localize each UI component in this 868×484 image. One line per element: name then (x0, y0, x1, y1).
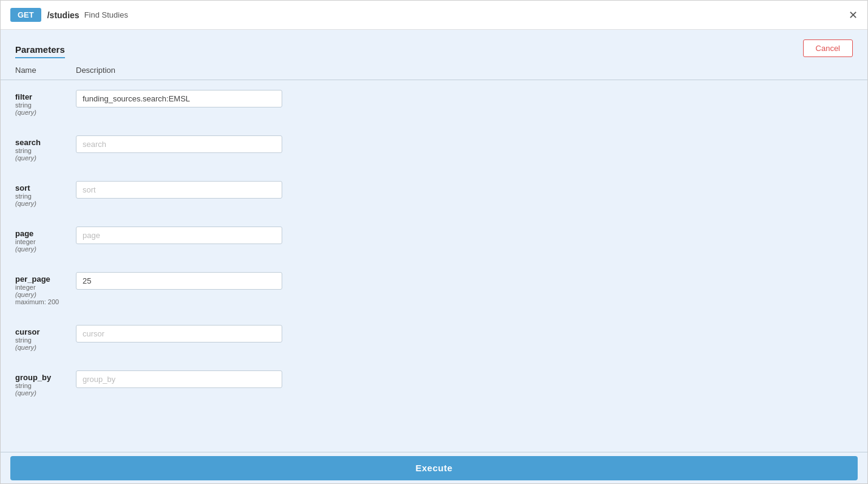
param-type-per_page: integer (15, 284, 76, 291)
param-label-search: searchstring(query) (15, 138, 76, 162)
execute-button[interactable]: Execute (10, 456, 858, 480)
param-name-cursor: cursor (15, 327, 76, 336)
param-name-search: search (15, 138, 76, 147)
header-bar: GET /studies Find Studies ✕ (1, 1, 867, 30)
col-desc-header: Description (76, 66, 115, 75)
param-label-cursor: cursorstring(query) (15, 327, 76, 351)
param-name-filter: filter (15, 92, 76, 101)
params-section: Parameters Cancel Name Description filte… (1, 30, 867, 483)
param-input-cursor[interactable] (76, 325, 282, 343)
cancel-button[interactable]: Cancel (803, 39, 853, 57)
http-method-badge: GET (10, 8, 41, 22)
param-location-sort: (query) (15, 200, 76, 207)
param-name-page: page (15, 229, 76, 238)
param-label-filter: filterstring(query) (15, 92, 76, 116)
table-header: Name Description (1, 58, 867, 80)
param-rows-container: filterstring(query)searchstring(query)so… (1, 80, 867, 406)
param-location-filter: (query) (15, 109, 76, 116)
param-label-per_page: per_pageinteger(query)maximum: 200 (15, 274, 76, 305)
param-name-sort: sort (15, 183, 76, 193)
params-title: Parameters (15, 44, 65, 55)
execute-bar: Execute (1, 452, 867, 483)
param-input-group_by[interactable] (76, 370, 282, 388)
params-title-underline (15, 57, 65, 58)
param-location-page: (query) (15, 245, 76, 253)
param-row: per_pageinteger(query)maximum: 200 (1, 262, 867, 315)
collapse-icon[interactable]: ✕ (849, 9, 858, 22)
param-type-group_by: string (15, 382, 76, 389)
param-row: filterstring(query) (1, 80, 867, 126)
param-type-sort: string (15, 193, 76, 200)
param-label-group_by: group_bystring(query) (15, 373, 76, 397)
api-panel: GET /studies Find Studies ✕ Parameters C… (0, 0, 868, 484)
param-input-filter[interactable] (76, 90, 282, 107)
param-input-per_page[interactable] (76, 272, 282, 290)
param-row: pageinteger(query) (1, 217, 867, 262)
param-type-search: string (15, 147, 76, 154)
param-input-search[interactable] (76, 135, 282, 153)
params-title-block: Parameters (15, 44, 65, 58)
param-type-cursor: string (15, 336, 76, 344)
param-location-group_by: (query) (15, 389, 76, 397)
param-row: searchstring(query) (1, 126, 867, 171)
param-input-page[interactable] (76, 227, 282, 244)
param-type-page: integer (15, 238, 76, 245)
param-location-search: (query) (15, 154, 76, 162)
param-location-per_page: (query) (15, 291, 76, 298)
param-row: cursorstring(query) (1, 315, 867, 361)
param-label-page: pageinteger(query) (15, 229, 76, 253)
param-type-filter: string (15, 101, 76, 109)
param-row: sortstring(query) (1, 171, 867, 217)
endpoint-description: Find Studies (84, 10, 128, 19)
endpoint-path: /studies (47, 10, 80, 20)
param-row: group_bystring(query) (1, 361, 867, 406)
param-input-sort[interactable] (76, 181, 282, 199)
param-name-per_page: per_page (15, 274, 76, 284)
param-extra-per_page: maximum: 200 (15, 298, 76, 305)
col-name-header: Name (15, 66, 76, 75)
params-header: Parameters Cancel (1, 30, 867, 58)
param-name-group_by: group_by (15, 373, 76, 382)
param-location-cursor: (query) (15, 344, 76, 351)
param-label-sort: sortstring(query) (15, 183, 76, 207)
